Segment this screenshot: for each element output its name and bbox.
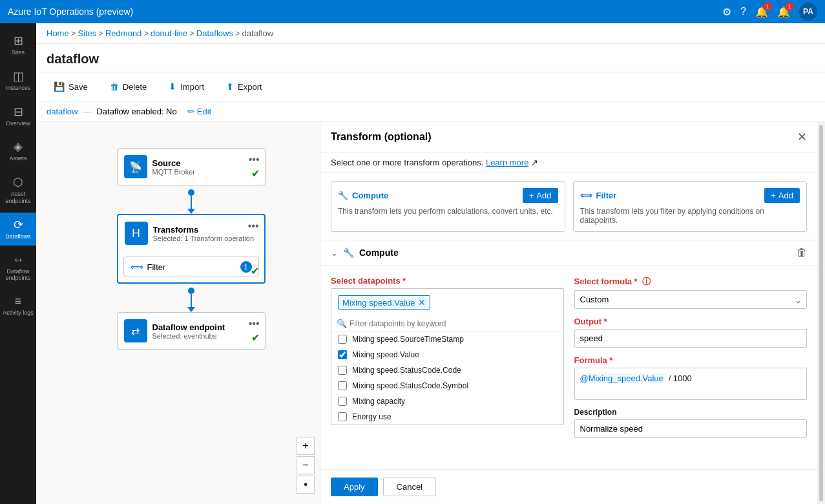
compute-option-desc: This transform lets you perform calculat… [338, 207, 558, 216]
import-label: Import [180, 82, 204, 92]
transforms-node-menu[interactable]: ••• [248, 220, 259, 232]
collapse-button[interactable]: ⌄ [331, 248, 338, 258]
cancel-button[interactable]: Cancel [383, 478, 436, 496]
zoom-in-button[interactable]: + [297, 437, 315, 455]
dataflows-icon: ⟳ [14, 218, 23, 232]
datapoints-label: Select datapoints * [331, 276, 564, 286]
canvas-zoom: + − • [297, 437, 315, 494]
compute-option: 🔧 Compute + Add This transform lets you … [331, 181, 565, 232]
sidebar-item-activity-logs[interactable]: ≡ Activity logs [0, 289, 36, 322]
compute-option-title: Compute [352, 191, 388, 200]
learn-more-link[interactable]: Learn more [486, 158, 528, 167]
sidebar-item-assets[interactable]: ◈ Assets [0, 134, 36, 167]
checkbox-dp6[interactable] [338, 412, 347, 421]
sidebar-item-sites[interactable]: ⊞ Sites [0, 28, 36, 61]
formula-highlight: @Mixing_speed.Value [580, 373, 663, 383]
save-icon: 💾 [54, 81, 65, 92]
datapoints-search-input[interactable] [350, 319, 558, 328]
compute-section-title: Compute [359, 247, 399, 258]
compute-delete-button[interactable]: 🗑 [797, 247, 807, 258]
dataflow-name[interactable]: dataflow [47, 107, 78, 116]
sidebar-item-dataflows[interactable]: ⟳ Dataflows [0, 213, 36, 246]
filter-icon: ⟺ [131, 262, 143, 272]
breadcrumb-donut-line[interactable]: donut-line [151, 28, 187, 38]
export-button[interactable]: ⬆ Export [219, 78, 269, 96]
sidebar-label-overview: Overview [6, 120, 30, 127]
compute-add-label: Add [536, 191, 551, 200]
checkbox-dp2[interactable] [338, 350, 347, 359]
sidebar-label-sites: Sites [12, 49, 25, 56]
breadcrumb-home[interactable]: Home [47, 28, 69, 38]
settings-icon[interactable]: ⚙ [722, 6, 731, 18]
toolbar: 💾 Save 🗑 Delete ⬇ Import ⬆ Export [36, 72, 825, 101]
checkbox-energy-use: Energy use [331, 409, 563, 425]
export-icon: ⬆ [226, 81, 234, 92]
description-input[interactable] [574, 419, 808, 438]
import-button[interactable]: ⬇ Import [162, 78, 211, 96]
selected-tag-label: Mixing speed.Value [342, 298, 415, 308]
instances-icon: ◫ [13, 69, 24, 83]
checkbox-dp5[interactable] [338, 397, 347, 406]
formula-input[interactable]: @Mixing_speed.Value / 1000 [574, 368, 808, 400]
apply-button[interactable]: Apply [331, 478, 378, 496]
compute-left: Select datapoints * Mixing speed.Value ✕ [331, 276, 564, 438]
breadcrumb-dataflows[interactable]: Dataflows [196, 28, 233, 38]
formula-info-icon[interactable]: ⓘ [642, 276, 651, 288]
sidebar-item-instances[interactable]: ◫ Instances [0, 64, 36, 97]
sidebar-item-asset-endpoints[interactable]: ⬡ Asset endpoints [0, 170, 36, 210]
edit-button[interactable]: ✏ Edit [187, 107, 211, 116]
endpoint-node-title: Dataflow endpoint [152, 322, 225, 332]
compute-section-header: ⌄ 🔧 Compute 🗑 [320, 240, 817, 266]
help-icon[interactable]: ? [740, 6, 746, 17]
breadcrumb-sites[interactable]: Sites [78, 28, 96, 38]
notification1-icon[interactable]: 🔔1 [755, 6, 768, 18]
zoom-reset-button[interactable]: • [297, 476, 315, 494]
endpoint-node-menu[interactable]: ••• [249, 318, 260, 330]
panel-title: Transform (optional) [331, 131, 432, 143]
panel-close-button[interactable]: ✕ [797, 130, 807, 144]
compute-section-icon: 🔧 [343, 247, 354, 258]
formula-select[interactable]: Custom [574, 290, 808, 309]
filter-inner[interactable]: ⟺ Filter 1 [123, 257, 259, 277]
zoom-out-button[interactable]: − [297, 456, 315, 474]
compute-add-button[interactable]: + Add [523, 188, 558, 203]
formula-label: Formula * [574, 355, 808, 365]
description-label: Description [574, 408, 808, 417]
sidebar-item-overview[interactable]: ⊟ Overview [0, 100, 36, 132]
output-input[interactable] [574, 329, 808, 348]
filter-input-wrap: 🔍 [331, 316, 563, 331]
checkbox-label-dp3: Mixing speed.StatusCode.Code [352, 366, 461, 375]
assets-icon: ◈ [14, 140, 23, 154]
compute-body: Select datapoints * Mixing speed.Value ✕ [320, 266, 817, 448]
checkbox-sourcetimestamp: Mixing speed.SourceTimeStamp [331, 331, 563, 347]
notification2-icon[interactable]: 🔔1 [777, 6, 790, 18]
filter-label: Filter [147, 262, 166, 272]
sidebar-item-dataflow-endpoints[interactable]: ↔ Dataflow endpoints [0, 248, 36, 288]
formula-select-label: Select formula * ⓘ [574, 276, 808, 288]
checkbox-dp1[interactable] [338, 335, 347, 344]
sidebar-label-activity-logs: Activity logs [3, 310, 34, 317]
avatar[interactable]: PA [799, 3, 817, 21]
breadcrumb-redmond[interactable]: Redmond [105, 28, 141, 38]
transforms-node-title: Transforms [153, 225, 255, 235]
page-header: dataflow [36, 44, 825, 72]
source-node-menu[interactable]: ••• [249, 154, 260, 165]
sidebar-label-dataflows: Dataflows [5, 233, 31, 240]
connector-arrow-2 [187, 307, 195, 312]
checkbox-dp4[interactable] [338, 381, 347, 390]
endpoint-node: ⇄ Dataflow endpoint Selected: eventhubs … [117, 312, 266, 350]
filter-add-button[interactable]: + Add [764, 188, 800, 203]
transforms-node-icon: H [125, 222, 148, 245]
save-button[interactable]: 💾 Save [47, 78, 95, 96]
tag-remove-button[interactable]: ✕ [418, 297, 426, 308]
page-title: dataflow [47, 52, 99, 67]
source-node: 📡 Source MQTT Broker ••• ✔ [117, 148, 266, 185]
checkbox-dp3[interactable] [338, 366, 347, 375]
delete-button[interactable]: 🗑 Delete [103, 78, 154, 96]
checkbox-mixing-capacity: Mixing capacity [331, 394, 563, 409]
panel-scrollbar[interactable] [817, 122, 825, 504]
connector-dot-1 [188, 189, 194, 196]
sidebar-label-assets: Assets [9, 155, 26, 162]
filter-option-title: Filter [596, 191, 617, 200]
endpoint-node-icon: ⇄ [124, 319, 147, 342]
